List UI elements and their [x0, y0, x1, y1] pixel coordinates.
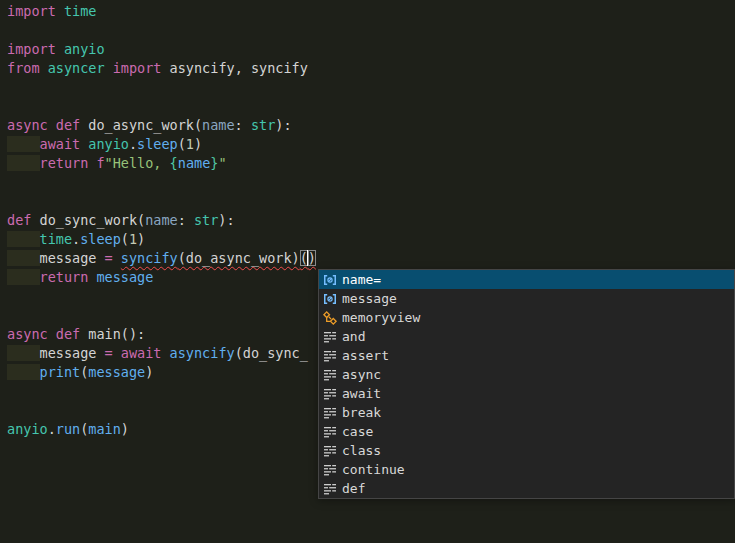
- code-token: asyncify: [170, 345, 235, 361]
- code-token: {: [170, 155, 178, 171]
- keyword-icon: [322, 386, 338, 402]
- code-token: ): [137, 231, 145, 247]
- code-token: run: [56, 421, 80, 437]
- code-line-5[interactable]: [7, 78, 735, 97]
- code-line-6[interactable]: [7, 97, 735, 116]
- suggestion-label: case: [342, 424, 373, 439]
- bracket-match: ): [308, 250, 316, 266]
- code-token: anyio: [88, 136, 129, 152]
- code-token: :: [178, 212, 194, 228]
- code-token: sleep: [137, 136, 178, 152]
- code-token: message: [88, 364, 145, 380]
- code-token: =: [105, 250, 113, 266]
- indent-guide-highlight: [7, 364, 40, 380]
- suggestion-label: await: [342, 386, 381, 401]
- code-token: :: [235, 117, 251, 133]
- code-token: ": [218, 155, 226, 171]
- suggestion-label: def: [342, 481, 365, 496]
- indent-guide-highlight: [7, 250, 40, 266]
- code-token: =: [105, 345, 113, 361]
- code-token: await: [40, 136, 81, 152]
- code-line-3[interactable]: import anyio: [7, 40, 735, 59]
- suggest-widget[interactable]: name=messagememoryviewandassertasyncawai…: [318, 269, 735, 499]
- suggestion-item[interactable]: assert: [319, 346, 734, 365]
- indent-guide-highlight: [7, 345, 40, 361]
- code-line-2[interactable]: [7, 21, 735, 40]
- code-token: def: [7, 212, 31, 228]
- code-token: [113, 345, 121, 361]
- class-icon: [322, 310, 338, 326]
- code-token: sleep: [80, 231, 121, 247]
- suggestion-item[interactable]: memoryview: [319, 308, 734, 327]
- suggestion-label: and: [342, 329, 365, 344]
- code-token: str: [251, 117, 275, 133]
- suggestion-item[interactable]: await: [319, 384, 734, 403]
- error-squiggle-token: (do_async_work): [178, 250, 300, 266]
- suggestion-label: name=: [342, 272, 381, 287]
- suggestion-item[interactable]: name=: [319, 270, 734, 289]
- code-line-4[interactable]: from asyncer import asyncify, syncify: [7, 59, 735, 78]
- code-token: import: [113, 60, 162, 76]
- suggestion-label: message: [342, 291, 397, 306]
- suggestion-item[interactable]: async: [319, 365, 734, 384]
- keyword-icon: [322, 443, 338, 459]
- code-line-11[interactable]: [7, 192, 735, 211]
- code-token: [40, 60, 48, 76]
- code-token: anyio: [64, 41, 105, 57]
- code-token: (: [178, 136, 186, 152]
- code-line-10[interactable]: [7, 173, 735, 192]
- code-token: [56, 3, 64, 19]
- code-token: asyncer: [48, 60, 105, 76]
- code-token: do_async_work(: [80, 117, 202, 133]
- code-line-1[interactable]: import time: [7, 2, 735, 21]
- code-token: [48, 326, 56, 342]
- code-token: import: [7, 3, 56, 19]
- code-token: def: [56, 326, 80, 342]
- code-token: async: [7, 117, 48, 133]
- code-line-12[interactable]: def do_sync_work(name: str):: [7, 211, 735, 230]
- code-token: ):: [275, 117, 291, 133]
- code-token: str: [194, 212, 218, 228]
- code-line-8[interactable]: await anyio.sleep(1): [7, 135, 735, 154]
- code-token: (: [121, 231, 129, 247]
- keyword-icon: [322, 405, 338, 421]
- code-line-13[interactable]: time.sleep(1): [7, 230, 735, 249]
- keyword-icon: [322, 481, 338, 497]
- code-token: def: [56, 117, 80, 133]
- code-token: from: [7, 60, 40, 76]
- variable-icon: [322, 272, 338, 288]
- code-token: name: [145, 212, 178, 228]
- suggestion-label: assert: [342, 348, 389, 363]
- keyword-icon: [322, 348, 338, 364]
- suggestion-label: class: [342, 443, 381, 458]
- code-token: 1: [186, 136, 194, 152]
- code-line-14[interactable]: message = syncify(do_async_work)(): [7, 249, 735, 268]
- error-squiggle-token: syncify: [121, 250, 178, 266]
- code-token: 1: [129, 231, 137, 247]
- suggestion-item[interactable]: break: [319, 403, 734, 422]
- code-token: .: [129, 136, 137, 152]
- code-token: name: [178, 155, 211, 171]
- code-token: anyio: [7, 421, 48, 437]
- suggestion-label: break: [342, 405, 381, 420]
- code-token: main: [88, 421, 121, 437]
- suggestion-item[interactable]: def: [319, 479, 734, 498]
- code-token: time: [64, 3, 97, 19]
- code-token: return: [40, 269, 89, 285]
- suggestion-item[interactable]: and: [319, 327, 734, 346]
- indent-guide-highlight: [7, 155, 40, 171]
- suggestion-label: continue: [342, 462, 405, 477]
- code-token: print: [40, 364, 81, 380]
- suggestion-item[interactable]: class: [319, 441, 734, 460]
- suggestion-item[interactable]: case: [319, 422, 734, 441]
- code-token: name: [202, 117, 235, 133]
- code-line-9[interactable]: return f"Hello, {name}": [7, 154, 735, 173]
- suggestion-item[interactable]: message: [319, 289, 734, 308]
- code-token: ):: [218, 212, 234, 228]
- keyword-icon: [322, 367, 338, 383]
- code-token: message: [96, 269, 153, 285]
- suggestion-item[interactable]: continue: [319, 460, 734, 479]
- code-token: [113, 250, 121, 266]
- code-token: message: [40, 250, 105, 266]
- code-line-7[interactable]: async def do_async_work(name: str):: [7, 116, 735, 135]
